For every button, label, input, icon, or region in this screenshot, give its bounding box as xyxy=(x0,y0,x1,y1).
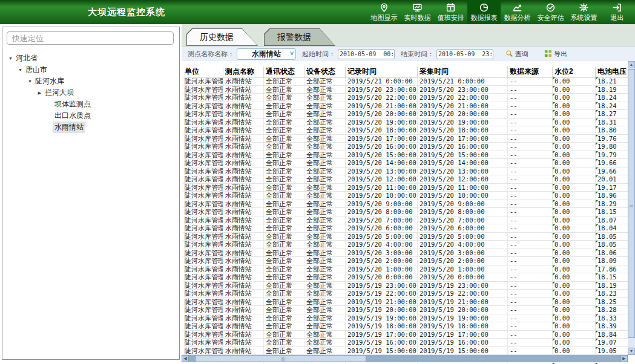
nav-item-值班安排[interactable]: 值班安排 xyxy=(434,0,467,24)
nav-item-数据分析[interactable]: 数据分析 xyxy=(501,0,534,24)
horizontal-scrollbar-thumb[interactable] xyxy=(195,355,366,362)
table-cell: -- xyxy=(508,306,553,314)
table-cell: 水雨情站 xyxy=(223,85,264,94)
tree-node-唐山市[interactable]: ▼唐山市 xyxy=(2,64,179,76)
tab-label: 历史数据 xyxy=(186,32,247,43)
tree-node-水雨情站[interactable]: 水雨情站 xyxy=(2,122,179,133)
scroll-up-arrow-icon[interactable]: ▲ xyxy=(628,61,635,68)
table-row[interactable]: 陡河水库管理处水雨情站全部正常全部正常2019/5/20 18:00:00201… xyxy=(183,126,628,135)
table-row[interactable]: 陡河水库管理处水雨情站全部正常全部正常2019/5/20 22:00:00201… xyxy=(183,94,628,102)
monitor-icon xyxy=(412,2,423,13)
table-row[interactable]: 陡河水库管理处水雨情站全部正常全部正常2019/5/19 23:00:00201… xyxy=(183,281,628,290)
table-cell: 0.00 xyxy=(553,110,596,119)
table-cell: 18.84 xyxy=(596,330,628,339)
table-cell: 2019/5/20 5:00:00 xyxy=(346,232,418,241)
tree-node-拦河大坝[interactable]: ▶拦河大坝 xyxy=(2,87,179,99)
table-row[interactable]: 陡河水库管理处水雨情站全部正常全部正常2019/5/20 19:00:00201… xyxy=(183,118,628,126)
table-row[interactable]: 陡河水库管理处水雨情站全部正常全部正常2019/5/19 18:00:00201… xyxy=(183,322,628,331)
start-time-input[interactable] xyxy=(338,49,395,59)
table-row[interactable]: 陡河水库管理处水雨情站全部正常全部正常2019/5/20 5:00:002019… xyxy=(183,232,628,241)
table-row[interactable]: 陡河水库管理处水雨情站全部正常全部正常2019/5/20 14:00:00201… xyxy=(183,159,628,167)
table-row[interactable]: 陡河水库管理处水雨情站全部正常全部正常2019/5/19 19:00:00201… xyxy=(183,314,628,322)
nav-item-安全评估[interactable]: 安全评估 xyxy=(534,0,567,24)
tree-node-label: 唐山市 xyxy=(24,64,49,76)
vertical-scrollbar-thumb[interactable] xyxy=(628,69,635,338)
table-cell: 陡河水库管理处 xyxy=(183,102,223,110)
scroll-right-arrow-icon[interactable]: ▶ xyxy=(620,355,628,362)
table-cell: 2019/5/20 16:00:00 xyxy=(418,143,508,151)
collapsed-triangle-icon[interactable]: ▶ xyxy=(36,91,43,96)
table-cell: 全部正常 xyxy=(264,208,304,216)
table-row[interactable]: 陡河水库管理处水雨情站全部正常全部正常2019/5/20 12:00:00201… xyxy=(183,175,628,184)
table-row[interactable]: 陡河水库管理处水雨情站全部正常全部正常2019/5/20 1:00:002019… xyxy=(183,265,628,273)
table-cell: 2019/5/20 7:00:00 xyxy=(346,216,418,224)
table-cell: 水雨情站 xyxy=(223,118,264,126)
table-row[interactable]: 陡河水库管理处水雨情站全部正常全部正常2019/5/20 17:00:00201… xyxy=(183,134,628,143)
nav-item-地图显示[interactable]: 地图显示 xyxy=(367,0,401,24)
tree-node-出口水质点[interactable]: 出口水质点 xyxy=(2,110,179,122)
table-cell: 0.00 xyxy=(553,322,596,331)
tree-node-陡河水库[interactable]: ▼陡河水库 xyxy=(2,76,179,87)
scroll-down-arrow-icon[interactable]: ▼ xyxy=(628,348,635,355)
table-row[interactable]: 陡河水库管理处水雨情站全部正常全部正常2019/5/20 3:00:002019… xyxy=(183,249,628,257)
table-row[interactable]: 陡河水库管理处水雨情站全部正常全部正常2019/5/20 15:00:00201… xyxy=(183,151,628,159)
table-row[interactable]: 陡河水库管理处水雨情站全部正常全部正常2019/5/20 11:00:00201… xyxy=(183,183,628,192)
table-cell: 19.66 xyxy=(596,167,628,175)
expanded-triangle-icon[interactable]: ▼ xyxy=(17,68,24,72)
export-button[interactable]: 导出 xyxy=(541,49,571,59)
table-row[interactable]: 陡河水库管理处水雨情站全部正常全部正常2019/5/19 16:00:00201… xyxy=(183,339,628,347)
table-row[interactable]: 陡河水库管理处水雨情站全部正常全部正常2019/5/19 15:00:00201… xyxy=(183,346,628,355)
table-cell: -- xyxy=(508,77,553,86)
table-cell: 全部正常 xyxy=(304,265,346,273)
table-cell: 2019/5/20 6:00:00 xyxy=(418,224,508,233)
scroll-left-arrow-icon[interactable]: ◀ xyxy=(182,355,189,362)
table-cell: 全部正常 xyxy=(264,151,304,159)
nav-item-系统设置[interactable]: 系统设置 xyxy=(567,0,600,24)
expanded-triangle-icon[interactable]: ▼ xyxy=(27,79,33,83)
tab-alarm-data[interactable]: 报警数据 xyxy=(264,28,335,46)
table-cell: 水雨情站 xyxy=(223,216,264,224)
table-row[interactable]: 陡河水库管理处水雨情站全部正常全部正常2019/5/20 13:00:00201… xyxy=(183,167,628,175)
table-row[interactable]: 陡河水库管理处水雨情站全部正常全部正常2019/5/20 7:00:002019… xyxy=(183,216,628,224)
nav-item-退出[interactable]: 退出 xyxy=(600,0,634,24)
table-cell: 全部正常 xyxy=(264,339,304,347)
nav-item-label: 地图显示 xyxy=(371,13,398,22)
table-row[interactable]: 陡河水库管理处水雨情站全部正常全部正常2019/5/20 0:00:002019… xyxy=(183,273,628,282)
table-row[interactable]: 陡河水库管理处水雨情站全部正常全部正常2019/5/20 23:00:00201… xyxy=(183,85,628,94)
table-row[interactable]: 陡河水库管理处水雨情站全部正常全部正常2019/5/20 4:00:002019… xyxy=(183,241,628,249)
table-row[interactable]: 陡河水库管理处水雨情站全部正常全部正常2019/5/19 22:00:00201… xyxy=(183,290,628,298)
table-row[interactable]: 陡河水库管理处水雨情站全部正常全部正常2019/5/20 2:00:002019… xyxy=(183,257,628,265)
point-name-select[interactable]: 水雨情站 ˅ xyxy=(237,48,296,60)
table-row[interactable]: 陡河水库管理处水雨情站全部正常全部正常2019/5/21 0:00:002019… xyxy=(183,77,628,86)
table-row[interactable]: 陡河水库管理处水雨情站全部正常全部正常2019/5/19 21:00:00201… xyxy=(183,297,628,306)
table-cell: 陡河水库管理处 xyxy=(183,183,223,192)
table-cell: 2019/5/20 7:00:00 xyxy=(418,216,508,224)
vertical-scrollbar[interactable]: ▲ ▼ xyxy=(628,61,635,355)
expanded-triangle-icon[interactable]: ▼ xyxy=(7,56,14,60)
quick-locate-input[interactable] xyxy=(7,31,174,45)
nav-item-数据报表[interactable]: 数据报表 xyxy=(467,0,501,24)
tree-node-河北省[interactable]: ▼河北省 xyxy=(2,53,179,64)
tree-node-坝体监测点[interactable]: 坝体监测点 xyxy=(2,99,179,110)
table-row[interactable]: 陡河水库管理处水雨情站全部正常全部正常2019/5/19 20:00:00201… xyxy=(183,306,628,314)
table-row[interactable]: 陡河水库管理处水雨情站全部正常全部正常2019/5/20 8:00:002019… xyxy=(183,208,628,216)
table-cell: 水雨情站 xyxy=(223,297,264,306)
table-cell: 全部正常 xyxy=(264,241,304,249)
query-button[interactable]: 查询 xyxy=(502,49,532,59)
table-cell: 19.76 xyxy=(596,134,628,143)
tab-history-data[interactable]: 历史数据 xyxy=(186,28,258,46)
nav-item-实时数据[interactable]: 实时数据 xyxy=(401,0,434,24)
table-cell: 19.79 xyxy=(596,151,628,159)
table-row[interactable]: 陡河水库管理处水雨情站全部正常全部正常2019/5/20 6:00:002019… xyxy=(183,224,628,233)
table-row[interactable]: 陡河水库管理处水雨情站全部正常全部正常2019/5/20 20:00:00201… xyxy=(183,110,628,119)
table-row[interactable]: 陡河水库管理处水雨情站全部正常全部正常2019/5/20 21:00:00201… xyxy=(183,102,628,110)
table-row[interactable]: 陡河水库管理处水雨情站全部正常全部正常2019/5/19 17:00:00201… xyxy=(183,330,628,339)
table-row[interactable]: 陡河水库管理处水雨情站全部正常全部正常2019/5/20 10:00:00201… xyxy=(183,192,628,200)
horizontal-scrollbar[interactable]: ◀ ▶ xyxy=(182,355,628,362)
table-cell: 2019/5/20 17:00:00 xyxy=(418,134,508,143)
table-cell: 水雨情站 xyxy=(223,314,264,322)
end-time-input[interactable] xyxy=(436,49,493,59)
table-row[interactable]: 陡河水库管理处水雨情站全部正常全部正常2019/5/20 9:00:002019… xyxy=(183,200,628,208)
table-row[interactable]: 陡河水库管理处水雨情站全部正常全部正常2019/5/20 16:00:00201… xyxy=(183,143,628,151)
calendar-icon xyxy=(446,2,456,13)
